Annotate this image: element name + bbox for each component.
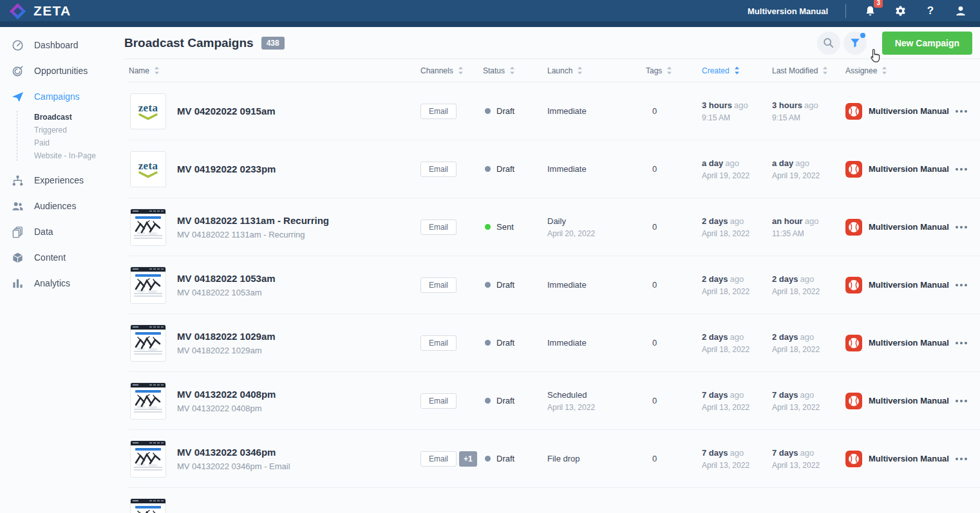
campaign-name[interactable]: MV 04132022 0346pm: [177, 447, 290, 458]
zeta-diamond-icon: [9, 3, 26, 20]
gear-icon[interactable]: [894, 5, 907, 17]
channels-cell: Email: [420, 219, 483, 235]
assignee-name: Multiversion Manual: [869, 338, 949, 348]
campaign-subtitle: MV 04132022 0346pm - Email: [177, 462, 290, 471]
created-relative: 3 hoursago: [702, 100, 772, 110]
sort-icon: [577, 66, 583, 75]
bell-icon[interactable]: 3: [863, 5, 876, 17]
column-header-tags[interactable]: Tags: [646, 66, 702, 75]
email-template-thumbnail[interactable]: [130, 382, 166, 420]
email-template-thumbnail[interactable]: [130, 440, 166, 478]
ago-label: ago: [800, 274, 814, 284]
launch-type: Daily: [547, 216, 646, 226]
brand-text: ZETA: [33, 3, 71, 19]
search-button[interactable]: [817, 32, 840, 55]
column-header-last-modified[interactable]: Last Modified: [772, 66, 845, 75]
data-icon: [11, 225, 24, 238]
modified-relative: 2 daysago: [772, 332, 845, 342]
name-text: MV 04182022 1053amMV 04182022 1053am: [177, 273, 276, 297]
filter-button[interactable]: [843, 32, 867, 55]
email-template-thumbnail[interactable]: [130, 209, 166, 246]
sidebar-item-campaigns[interactable]: Campaigns: [0, 84, 124, 109]
sidebar-item-website-in-page[interactable]: Website - In-Page: [0, 149, 124, 162]
modified-relative: an hourago: [772, 216, 845, 226]
campaign-name[interactable]: MV 04182022 1053am: [177, 273, 276, 284]
assignee-avatar: [845, 335, 862, 351]
tags-cell: 0: [646, 280, 702, 290]
email-template-thumbnail[interactable]: [130, 266, 166, 304]
notification-badge: 3: [874, 0, 883, 8]
sidebar-item-data[interactable]: Data: [0, 219, 124, 245]
row-menu-button[interactable]: [954, 454, 980, 464]
column-header-created[interactable]: Created: [702, 66, 772, 75]
tags-cell: 0: [646, 338, 702, 348]
channel-chip: Email: [420, 393, 457, 409]
opportunities-icon: [11, 64, 24, 77]
launch-cell: DailyApril 20, 2022: [547, 216, 646, 238]
row-menu-button[interactable]: [954, 280, 980, 290]
row-menu-button[interactable]: [954, 338, 980, 348]
sidebar-item-analytics[interactable]: Analytics: [0, 270, 124, 296]
launch-date: April 20, 2022: [547, 229, 646, 238]
launch-cell: Immediate: [547, 164, 646, 174]
new-campaign-button[interactable]: New Campaign: [882, 32, 972, 55]
sort-icon: [734, 66, 740, 75]
sidebar-item-label: Data: [34, 227, 53, 237]
sidebar-item-dashboard[interactable]: Dashboard: [0, 32, 124, 58]
sidebar-item-broadcast[interactable]: Broadcast: [0, 111, 124, 124]
row-menu-button[interactable]: [954, 396, 980, 406]
launch-type: Immediate: [547, 338, 646, 348]
status-dot: [485, 166, 491, 172]
campaign-name[interactable]: MV 04182022 1029am: [177, 331, 276, 342]
table-row: MV 04132022 1016am: [129, 488, 980, 513]
created-relative: 2 daysago: [702, 274, 772, 284]
sidebar-item-audiences[interactable]: Audiences: [0, 193, 124, 219]
modified-detail: 11:35 AM: [772, 229, 845, 238]
tags-cell: 0: [646, 164, 702, 174]
ago-label: ago: [804, 100, 818, 110]
help-icon[interactable]: ?: [924, 5, 937, 17]
modified-cell: 2 daysagoApril 18, 2022: [772, 274, 845, 296]
column-header-name[interactable]: Name: [129, 66, 420, 75]
sidebar-item-opportunities[interactable]: Opportunities: [0, 58, 124, 84]
modified-cell: 7 daysagoApril 13, 2022: [772, 448, 845, 470]
launch-type: Immediate: [547, 106, 646, 116]
sidebar-item-paid[interactable]: Paid: [0, 136, 124, 149]
user-icon[interactable]: [954, 5, 967, 17]
assignee-cell: Multiversion Manual: [845, 219, 954, 236]
page-title: Broadcast Campaigns: [124, 36, 254, 50]
sidebar-item-content[interactable]: Content: [0, 245, 124, 270]
email-template-thumbnail[interactable]: [130, 498, 166, 513]
row-menu-button[interactable]: [954, 222, 980, 232]
zeta-logo-thumbnail[interactable]: zeta: [130, 93, 166, 129]
modified-cell: 3 hoursago9:15 AM: [772, 100, 845, 122]
column-header-status[interactable]: Status: [483, 66, 547, 75]
brand[interactable]: ZETA: [9, 3, 71, 20]
extra-channels-chip[interactable]: +1: [459, 451, 477, 467]
ago-label: ago: [730, 216, 744, 226]
sidebar-item-triggered[interactable]: Triggered: [0, 124, 124, 136]
created-detail: April 18, 2022: [702, 287, 772, 296]
row-menu-button[interactable]: [954, 106, 980, 117]
name-cell: MV 04182022 1131am - RecurringMV 0418202…: [129, 209, 420, 246]
column-header-launch[interactable]: Launch: [547, 66, 646, 75]
email-template-thumbnail[interactable]: [130, 324, 166, 362]
campaign-name[interactable]: MV 04182022 1131am - Recurring: [177, 215, 329, 226]
campaign-name[interactable]: MV 04202022 0915am: [177, 106, 276, 117]
campaign-name[interactable]: MV 04192022 0233pm: [177, 163, 276, 174]
column-header-assignee[interactable]: Assignee: [845, 66, 954, 75]
campaign-subtitle: MV 04132022 0408pm: [177, 404, 276, 413]
campaign-name[interactable]: MV 04132022 0408pm: [177, 389, 276, 400]
actions-cell: [954, 454, 980, 464]
modified-cell: an hourago11:35 AM: [772, 216, 845, 238]
column-header-channels[interactable]: Channels: [420, 66, 483, 75]
sidebar-item-experiences[interactable]: Experiences: [0, 167, 124, 193]
account-label[interactable]: Multiversion Manual: [748, 6, 828, 16]
zeta-logo-thumbnail[interactable]: zeta: [130, 151, 166, 187]
channels-cell: Email: [420, 277, 483, 293]
assignee-cell: Multiversion Manual: [845, 277, 954, 294]
launch-cell: Immediate: [547, 280, 646, 290]
channel-chip: Email: [420, 335, 457, 351]
row-menu-button[interactable]: [954, 164, 980, 174]
column-label: Last Modified: [772, 66, 818, 75]
